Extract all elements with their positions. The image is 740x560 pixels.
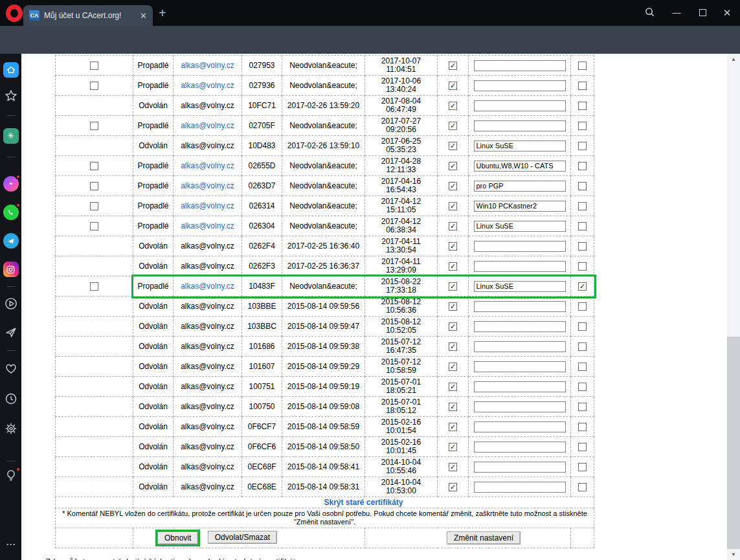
change-checkbox[interactable] (578, 443, 587, 451)
comment-input[interactable] (474, 241, 566, 252)
change-checkbox[interactable] (578, 202, 587, 210)
change-checkbox[interactable] (578, 162, 587, 170)
login-checkbox[interactable]: ✓ (449, 302, 457, 311)
bookmarks-star-icon[interactable] (3, 89, 19, 105)
comment-input[interactable] (474, 140, 566, 151)
hide-old-certs-link[interactable]: Skrýt staré certifikáty (324, 498, 403, 507)
change-checkbox[interactable] (578, 182, 587, 190)
login-checkbox[interactable]: ✓ (449, 342, 457, 351)
login-checkbox[interactable]: ✓ (449, 363, 457, 371)
renew-checkbox[interactable] (90, 182, 98, 190)
login-checkbox[interactable]: ✓ (449, 383, 457, 391)
revoke-delete-button[interactable]: Odvolat/Smazat (208, 531, 277, 544)
comment-input[interactable] (474, 421, 566, 432)
scrollbar-thumb[interactable] (727, 65, 740, 337)
whatsapp-icon[interactable] (3, 205, 19, 220)
login-checkbox[interactable]: ✓ (449, 322, 457, 331)
chatgpt-icon[interactable]: ✳ (3, 128, 19, 144)
change-checkbox[interactable] (578, 423, 587, 431)
change-checkbox[interactable] (578, 483, 587, 491)
scrollbar-track[interactable]: ▲ ▼ (727, 54, 740, 560)
comment-input[interactable] (474, 482, 566, 493)
instagram-icon[interactable] (3, 262, 19, 277)
cert-email-link[interactable]: alkas@volny.cz (181, 282, 234, 291)
renew-checkbox[interactable] (90, 222, 98, 230)
login-checkbox[interactable]: ✓ (449, 202, 457, 210)
opera-logo-icon[interactable] (6, 5, 23, 22)
change-checkbox[interactable] (578, 82, 587, 90)
home-icon[interactable] (3, 62, 19, 78)
close-button[interactable]: ✕ (720, 6, 734, 19)
maximize-button[interactable] (695, 6, 710, 19)
login-checkbox[interactable]: ✓ (449, 162, 457, 170)
comment-input[interactable] (474, 80, 566, 91)
renew-checkbox[interactable] (90, 122, 98, 130)
cert-email-link[interactable]: alkas@volny.cz (181, 61, 234, 70)
change-checkbox[interactable] (578, 102, 587, 110)
my-flow-icon[interactable] (3, 326, 19, 341)
change-checkbox[interactable] (578, 142, 587, 150)
comment-input[interactable] (474, 361, 566, 372)
telegram-icon[interactable] (3, 233, 19, 249)
comment-input[interactable] (474, 401, 566, 412)
change-checkbox[interactable] (578, 302, 587, 311)
likes-heart-icon[interactable] (3, 363, 19, 378)
scrollbar-down-button[interactable]: ▼ (727, 549, 740, 560)
login-checkbox[interactable]: ✓ (449, 62, 457, 70)
login-checkbox[interactable]: ✓ (449, 282, 457, 291)
comment-input[interactable] (474, 100, 566, 111)
minimize-button[interactable]: — (669, 6, 684, 19)
cert-email-link[interactable]: alkas@volny.cz (181, 181, 234, 190)
cert-email-link[interactable]: alkas@volny.cz (181, 161, 234, 170)
messenger-icon[interactable] (3, 176, 19, 192)
login-checkbox[interactable]: ✓ (449, 142, 457, 150)
comment-input[interactable] (474, 181, 566, 192)
cert-email-link[interactable]: alkas@volny.cz (181, 81, 234, 90)
login-checkbox[interactable]: ✓ (449, 483, 457, 491)
player-icon[interactable] (3, 297, 19, 313)
comment-input[interactable] (474, 381, 566, 392)
login-checkbox[interactable]: ✓ (449, 262, 457, 271)
sidebar-menu-dots-icon[interactable]: ⋯ (3, 541, 19, 557)
change-checkbox[interactable] (578, 222, 587, 230)
login-checkbox[interactable]: ✓ (449, 82, 457, 90)
browser-tab[interactable]: CA Můj účet u CAcert.org! ✕ (23, 5, 153, 26)
tips-lightbulb-icon[interactable] (3, 469, 19, 484)
change-checkbox[interactable] (578, 342, 587, 351)
login-checkbox[interactable]: ✓ (449, 463, 457, 471)
renew-button[interactable]: Obnovit (157, 532, 198, 544)
login-checkbox[interactable]: ✓ (449, 423, 457, 431)
cert-email-link[interactable]: alkas@volny.cz (181, 201, 234, 210)
comment-input[interactable] (474, 301, 566, 312)
comment-input[interactable] (474, 261, 566, 272)
comment-input[interactable] (474, 161, 566, 172)
change-checkbox[interactable] (578, 242, 587, 251)
comment-input[interactable] (474, 60, 566, 71)
comment-input[interactable] (474, 462, 566, 473)
search-icon[interactable] (642, 6, 656, 19)
login-checkbox[interactable]: ✓ (449, 222, 457, 230)
change-settings-button[interactable]: Změnit nastavení (447, 532, 521, 544)
renew-checkbox[interactable] (90, 62, 98, 70)
comment-input[interactable] (474, 321, 566, 332)
renew-checkbox[interactable] (90, 162, 98, 170)
change-checkbox[interactable] (578, 262, 587, 271)
login-checkbox[interactable]: ✓ (449, 443, 457, 451)
comment-input[interactable] (474, 201, 566, 212)
change-checkbox[interactable] (578, 322, 587, 331)
comment-input[interactable] (474, 281, 566, 292)
change-checkbox[interactable] (578, 463, 587, 471)
login-checkbox[interactable]: ✓ (449, 242, 457, 251)
history-clock-icon[interactable] (3, 392, 19, 408)
comment-input[interactable] (474, 120, 566, 131)
comment-input[interactable] (474, 221, 566, 232)
cert-email-link[interactable]: alkas@volny.cz (181, 221, 234, 230)
login-checkbox[interactable]: ✓ (449, 403, 457, 411)
change-checkbox[interactable] (578, 363, 587, 371)
change-checkbox[interactable] (578, 62, 587, 70)
change-checkbox[interactable]: ✓ (578, 282, 587, 291)
renew-checkbox[interactable] (90, 282, 98, 291)
login-checkbox[interactable]: ✓ (449, 182, 457, 190)
login-checkbox[interactable]: ✓ (449, 102, 457, 110)
login-checkbox[interactable]: ✓ (449, 122, 457, 130)
